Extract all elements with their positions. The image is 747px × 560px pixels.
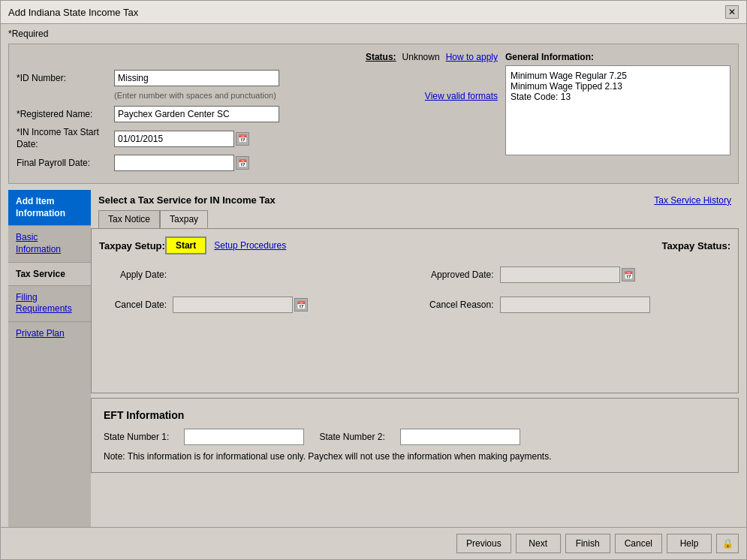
- eft-note: Note: This information is for informatio…: [104, 451, 726, 462]
- eft-section: EFT Information State Number 1: State Nu…: [91, 398, 739, 473]
- start-date-label: *IN Income Tax Start Date:: [17, 127, 114, 150]
- final-payroll-date-field: 📅: [114, 155, 249, 171]
- next-button[interactable]: Next: [516, 534, 561, 553]
- final-payroll-label: Final Payroll Date:: [17, 158, 114, 168]
- sidebar-item-private-plan[interactable]: Private Plan: [8, 321, 91, 346]
- tax-service-history-link[interactable]: Tax Service History: [654, 195, 731, 206]
- taxpay-status-label: Taxpay Status:: [661, 240, 730, 251]
- start-date-calendar-icon[interactable]: 📅: [236, 132, 249, 146]
- top-section: Status: Unknown How to apply *ID Number:…: [8, 44, 739, 184]
- eft-numbers-row: State Number 1: State Number 2:: [104, 429, 726, 445]
- general-info-line-2: Minimum Wage Tipped 2.13: [511, 81, 725, 92]
- tabs: Tax Notice Taxpay: [91, 210, 739, 228]
- cancel-reason-row: Cancel Reason:: [419, 297, 724, 313]
- general-info-line-1: Minimum Wage Regular 7.25: [511, 71, 725, 81]
- registered-name-row: *Registered Name:: [17, 106, 498, 122]
- general-info-line-3: State Code: 13: [511, 92, 725, 102]
- cancel-button[interactable]: Cancel: [615, 534, 662, 553]
- eft-state-number-2-input[interactable]: [400, 429, 520, 445]
- previous-button[interactable]: Previous: [456, 534, 511, 553]
- final-payroll-row: Final Payroll Date: 📅: [17, 155, 498, 171]
- tax-service-header: Select a Tax Service for IN Income Tax T…: [91, 190, 739, 210]
- cancel-reason-label: Cancel Reason:: [419, 300, 494, 310]
- setup-procedures-link[interactable]: Setup Procedures: [214, 240, 286, 251]
- apply-date-row: Apply Date:: [107, 266, 411, 283]
- apply-date-label: Apply Date:: [107, 269, 167, 280]
- approved-date-input[interactable]: [500, 266, 620, 283]
- status-value: Unknown: [402, 52, 440, 62]
- general-info-box: Minimum Wage Regular 7.25 Minimum Wage T…: [505, 65, 730, 155]
- title-bar: Add Indiana State Income Tax ✕: [1, 1, 746, 24]
- window-title: Add Indiana State Income Tax: [8, 7, 138, 18]
- start-date-field: 📅: [114, 131, 249, 147]
- status-label: Status:: [366, 52, 396, 62]
- close-button[interactable]: ✕: [725, 5, 739, 19]
- footer: Previous Next Finish Cancel Help 🔒: [1, 527, 746, 559]
- cancel-date-row: Cancel Date: 📅: [107, 297, 411, 313]
- date-fields-grid: Apply Date: Approved Date: 📅 Cancel Date…: [99, 266, 730, 319]
- start-button[interactable]: Start: [165, 236, 206, 254]
- start-date-row: *IN Income Tax Start Date: 📅: [17, 127, 498, 150]
- approved-date-row: Approved Date: 📅: [419, 266, 724, 283]
- approved-date-field: 📅: [500, 266, 635, 283]
- cancel-reason-input[interactable]: [500, 297, 650, 313]
- id-number-label: *ID Number:: [17, 73, 114, 83]
- lock-symbol: 🔒: [722, 538, 733, 549]
- cancel-date-field: 📅: [173, 297, 308, 313]
- sidebar-add-item[interactable]: Add Item Information: [8, 190, 91, 225]
- general-info-panel: General Information: Minimum Wage Regula…: [505, 52, 730, 176]
- taxpay-setup-row: Taxpay Setup: Start Setup Procedures Tax…: [99, 236, 730, 254]
- cancel-date-calendar-icon[interactable]: 📅: [294, 298, 308, 312]
- eft-state-number-1-input[interactable]: [184, 429, 304, 445]
- taxpay-setup-label: Taxpay Setup:: [99, 240, 165, 251]
- sidebar: Add Item Information Basic Information T…: [8, 190, 91, 527]
- sidebar-item-filing-req[interactable]: Filing Requirements: [8, 285, 91, 321]
- id-number-input[interactable]: [114, 70, 279, 86]
- final-payroll-input[interactable]: [114, 155, 234, 171]
- start-date-input[interactable]: [114, 131, 234, 147]
- tax-service-title: Select a Tax Service for IN Income Tax: [98, 194, 276, 206]
- eft-state-number-2-label: State Number 2:: [319, 432, 384, 442]
- approved-date-label: Approved Date:: [419, 269, 494, 280]
- id-number-row: *ID Number:: [17, 70, 498, 86]
- required-label: *Required: [1, 24, 746, 44]
- sidebar-item-tax-service[interactable]: Tax Service: [8, 262, 91, 285]
- registered-name-input[interactable]: [114, 106, 279, 122]
- cancel-date-label: Cancel Date:: [107, 300, 167, 310]
- final-payroll-calendar-icon[interactable]: 📅: [236, 156, 249, 170]
- main-window: Add Indiana State Income Tax ✕ *Required…: [0, 0, 747, 560]
- content-area: Select a Tax Service for IN Income Tax T…: [91, 190, 739, 527]
- general-info-title: General Information:: [505, 52, 730, 62]
- cancel-date-input[interactable]: [173, 297, 293, 313]
- finish-button[interactable]: Finish: [565, 534, 610, 553]
- help-button[interactable]: Help: [667, 534, 712, 553]
- registered-name-label: *Registered Name:: [17, 109, 114, 119]
- main-content: Add Item Information Basic Information T…: [8, 190, 739, 527]
- how-to-apply-link[interactable]: How to apply: [446, 52, 498, 62]
- id-number-hint: (Enter number with spaces and punctuatio…: [114, 91, 276, 101]
- eft-title: EFT Information: [104, 409, 726, 421]
- tab-tax-notice[interactable]: Tax Notice: [98, 210, 160, 228]
- status-row: Status: Unknown How to apply: [366, 52, 498, 62]
- top-left-form: Status: Unknown How to apply *ID Number:…: [17, 52, 498, 176]
- eft-state-number-1-label: State Number 1:: [104, 432, 169, 442]
- tab-taxpay[interactable]: Taxpay: [160, 210, 208, 228]
- view-valid-formats-link[interactable]: View valid formats: [425, 91, 498, 101]
- approved-date-calendar-icon[interactable]: 📅: [622, 268, 635, 282]
- sidebar-item-basic-info[interactable]: Basic Information: [8, 225, 91, 261]
- tab-content-taxpay: Taxpay Setup: Start Setup Procedures Tax…: [91, 228, 739, 393]
- lock-icon[interactable]: 🔒: [716, 534, 739, 553]
